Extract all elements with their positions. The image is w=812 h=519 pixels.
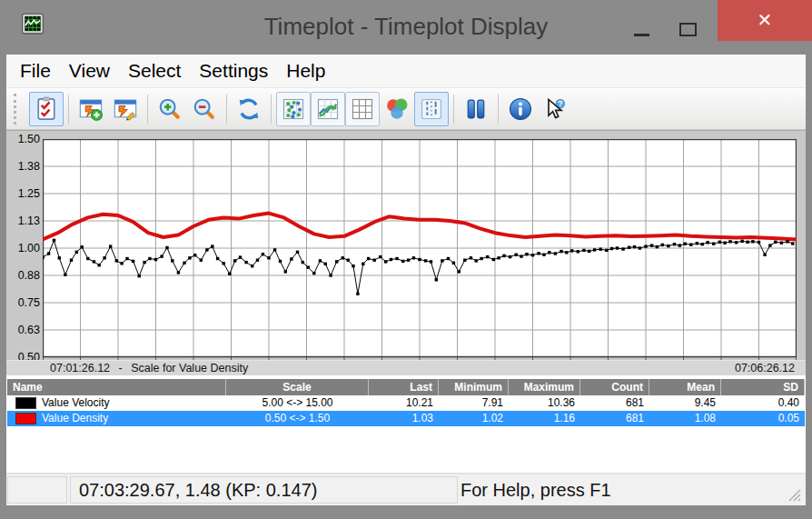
- plot-legend-table-region: NameScaleLastMinimumMaximumCountMeanSD V…: [6, 375, 806, 474]
- status-pane-cursor-readout: 07:03:29.67, 1.48 (KP: 0.147): [70, 476, 458, 504]
- y-tick-label: 0.88: [6, 268, 40, 283]
- value-cell: 1.16: [509, 411, 580, 426]
- color-circles-icon: [384, 96, 410, 122]
- toolbar-separator: [226, 95, 227, 124]
- y-tick-label: 0.63: [6, 323, 40, 337]
- y-tick-label: 1.25: [6, 186, 40, 201]
- value-cell: 9.45: [649, 395, 721, 411]
- scatter-style-button[interactable]: [276, 92, 311, 126]
- value-cell: 681: [580, 411, 649, 426]
- color-mix-button[interactable]: [380, 92, 414, 126]
- marker-lines-button[interactable]: [414, 92, 449, 126]
- series-name-cell: Value Density: [7, 411, 226, 426]
- refresh-icon: [236, 96, 262, 122]
- title-bar: Timeplot - Timeplot Display ✕: [0, 0, 812, 55]
- y-tick-label: 1.50: [6, 132, 40, 146]
- y-tick-label: 1.00: [6, 241, 40, 255]
- maximize-button[interactable]: [674, 16, 701, 42]
- table-header-row: NameScaleLastMinimumMaximumCountMeanSD: [7, 379, 805, 395]
- toolbar-separator: [453, 95, 454, 124]
- menu-file[interactable]: File: [11, 55, 60, 86]
- plot-legend-table: NameScaleLastMinimumMaximumCountMeanSD V…: [7, 379, 805, 426]
- y-tick-label: 1.13: [6, 214, 40, 228]
- menu-select[interactable]: Select: [119, 55, 190, 86]
- toolbar: [6, 87, 806, 130]
- table-row[interactable]: Value Velocity5.00 <-> 15.0010.217.9110.…: [7, 395, 805, 411]
- zoom-in-button[interactable]: [153, 92, 187, 126]
- app-window: Timeplot - Timeplot Display ✕ FileViewSe…: [0, 0, 812, 519]
- chart-plot[interactable]: [43, 139, 797, 363]
- context-help-button[interactable]: [538, 92, 572, 126]
- refresh-button[interactable]: [232, 92, 266, 126]
- zoom-out-button[interactable]: [187, 92, 222, 126]
- pause-button[interactable]: [459, 92, 493, 126]
- menu-settings[interactable]: Settings: [190, 55, 277, 86]
- x-axis-strip: 07:01:26.12 - Scale for Value Density 07…: [6, 360, 806, 376]
- y-tick-label: 0.75: [6, 295, 40, 310]
- value-cell: 0.05: [721, 411, 805, 426]
- status-bar: 07:03:29.67, 1.48 (KP: 0.147) For Help, …: [6, 474, 806, 505]
- grid-toggle-button[interactable]: [345, 92, 380, 126]
- value-cell: 5.00 <-> 15.00: [226, 395, 369, 411]
- scale-for-label: Scale for Value Density: [131, 362, 248, 374]
- menu-bar: FileViewSelectSettingsHelp: [6, 55, 806, 87]
- edit-plot-button[interactable]: [108, 92, 143, 126]
- column-header-count[interactable]: Count: [580, 379, 649, 395]
- value-cell: 1.08: [649, 411, 721, 426]
- series-name-cell: Value Velocity: [7, 395, 226, 411]
- add-plot-icon: [78, 96, 104, 122]
- axis-separator: -: [119, 362, 123, 374]
- chart-region: 1.501.381.251.131.000.880.750.630.50 07:…: [6, 130, 806, 375]
- column-header-last[interactable]: Last: [369, 379, 439, 395]
- edit-plot-icon: [113, 96, 138, 122]
- marker-lines-icon: [419, 96, 444, 122]
- value-cell: 1.03: [369, 411, 439, 426]
- scatter-plot-icon: [281, 96, 306, 122]
- help-cursor-icon: [542, 96, 568, 122]
- value-cell: 0.40: [721, 395, 805, 411]
- series-color-swatch: [15, 397, 36, 409]
- status-help-text: For Help, press F1: [460, 474, 611, 505]
- pause-icon: [463, 96, 489, 122]
- x-axis-end-time: 07:06:26.12: [735, 361, 795, 376]
- close-button[interactable]: ✕: [718, 0, 812, 41]
- series-color-swatch: [15, 413, 36, 424]
- column-header-maximum[interactable]: Maximum: [509, 379, 580, 395]
- line-plot-icon: [315, 96, 341, 122]
- info-icon: [508, 96, 533, 122]
- toolbar-separator: [271, 95, 272, 124]
- resize-grip[interactable]: [787, 488, 801, 502]
- toolbar-separator: [498, 95, 499, 124]
- toolbar-grip-handle[interactable]: [14, 94, 20, 125]
- grid-icon: [350, 96, 375, 122]
- value-cell: 1.02: [439, 411, 509, 426]
- zoom-in-icon: [157, 96, 183, 122]
- line-style-button[interactable]: [311, 92, 345, 126]
- column-header-sd[interactable]: SD: [721, 379, 805, 395]
- status-pane-empty: [7, 476, 67, 504]
- minimize-button[interactable]: [629, 16, 656, 42]
- column-header-minimum[interactable]: Minimum: [439, 379, 509, 395]
- x-axis-start-time: 07:01:26.12: [50, 362, 110, 374]
- column-header-scale[interactable]: Scale: [226, 379, 369, 395]
- info-button[interactable]: [503, 92, 538, 126]
- y-tick-label: 1.38: [6, 159, 40, 174]
- select-plots-button[interactable]: [29, 92, 64, 126]
- value-cell: 7.91: [439, 395, 509, 411]
- column-header-name[interactable]: Name: [7, 379, 226, 395]
- value-cell: 681: [580, 395, 649, 411]
- table-row[interactable]: Value Density0.50 <-> 1.501.031.021.1668…: [7, 411, 805, 426]
- value-cell: 10.21: [369, 395, 439, 411]
- value-cell: 0.50 <-> 1.50: [226, 411, 369, 426]
- checklist-icon: [34, 96, 59, 122]
- toolbar-separator: [147, 95, 148, 124]
- zoom-out-icon: [192, 96, 217, 122]
- menu-help[interactable]: Help: [277, 55, 334, 86]
- menu-view[interactable]: View: [60, 55, 119, 86]
- add-plot-button[interactable]: [74, 92, 108, 126]
- toolbar-separator: [68, 95, 69, 124]
- column-header-mean[interactable]: Mean: [649, 379, 721, 395]
- value-cell: 10.36: [509, 395, 580, 411]
